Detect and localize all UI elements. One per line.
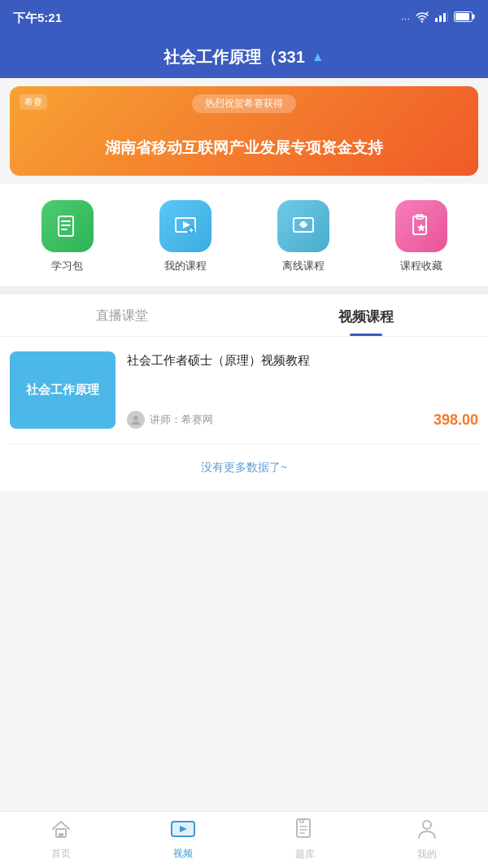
offline-courses-icon — [277, 200, 329, 252]
page-header: 社会工作原理（331 ▲ — [0, 36, 488, 78]
nav-questions[interactable]: 题库 — [244, 818, 366, 861]
bottom-navigation: 首页 视频 题库 — [0, 811, 488, 868]
nav-home-label: 首页 — [51, 847, 71, 861]
svg-rect-3 — [439, 15, 442, 22]
svg-rect-4 — [443, 13, 446, 22]
nav-questions-label: 题库 — [295, 848, 315, 861]
feature-course-favorites[interactable]: 课程收藏 — [395, 200, 447, 273]
svg-rect-27 — [59, 833, 63, 837]
nav-mine-label: 我的 — [417, 848, 437, 861]
study-pack-icon — [41, 200, 94, 252]
questions-icon — [295, 818, 315, 844]
svg-rect-8 — [455, 13, 469, 20]
battery-icon — [454, 11, 475, 24]
wifi-icon — [415, 11, 429, 25]
video-icon — [171, 819, 195, 844]
feature-grid: 学习包 我的课程 离线课程 — [0, 184, 488, 286]
course-price: 398.00 — [434, 412, 478, 429]
course-info: 社会工作者硕士（原理）视频教程 讲师：希赛网 398.00 — [127, 351, 478, 429]
nav-video-label: 视频 — [173, 847, 193, 861]
header-arrow-icon[interactable]: ▲ — [312, 50, 325, 64]
home-icon — [50, 819, 72, 844]
course-favorites-icon — [395, 200, 447, 252]
bottom-spacer — [0, 491, 488, 654]
mine-icon — [417, 818, 437, 844]
feature-offline-courses[interactable]: 离线课程 — [277, 200, 329, 273]
no-more-data: 没有更多数据了~ — [0, 444, 488, 491]
table-row[interactable]: 社会工作原理 社会工作者硕士（原理）视频教程 讲师：希赛网 398.00 — [10, 337, 478, 444]
svg-point-25 — [133, 416, 138, 421]
section-divider — [0, 286, 488, 294]
my-courses-label: 我的课程 — [164, 259, 207, 273]
status-bar: 下午5:21 ··· — [0, 0, 488, 36]
svg-rect-2 — [435, 18, 438, 22]
svg-rect-32 — [300, 819, 303, 822]
feature-study-pack[interactable]: 学习包 — [41, 200, 94, 273]
promo-banner[interactable]: 希赛 热烈祝贺希赛获得 湖南省移动互联网产业发展专项资金支持 — [10, 86, 478, 176]
course-favorites-label: 课程收藏 — [400, 259, 442, 273]
banner-text: 湖南省移动互联网产业发展专项资金支持 — [10, 124, 478, 176]
svg-point-1 — [421, 20, 423, 22]
nav-mine[interactable]: 我的 — [366, 818, 488, 861]
svg-line-0 — [426, 12, 428, 14]
page-title: 社会工作原理（331 — [163, 46, 304, 68]
content-tabs: 直播课堂 视频课程 — [0, 294, 488, 337]
status-icons: ··· — [401, 11, 475, 25]
my-courses-icon — [159, 200, 211, 252]
banner-badge: 热烈祝贺希赛获得 — [192, 94, 296, 113]
course-instructor: 讲师：希赛网 — [127, 411, 213, 429]
offline-courses-label: 离线课程 — [282, 259, 325, 273]
instructor-avatar-icon — [127, 411, 145, 429]
course-list: 社会工作原理 社会工作者硕士（原理）视频教程 讲师：希赛网 398.00 — [0, 337, 488, 444]
nav-video[interactable]: 视频 — [122, 819, 244, 861]
course-title: 社会工作者硕士（原理）视频教程 — [127, 351, 478, 370]
feature-my-courses[interactable]: 我的课程 — [159, 200, 211, 273]
course-meta: 讲师：希赛网 398.00 — [127, 411, 478, 429]
signal-icon: ··· — [401, 12, 410, 24]
svg-rect-7 — [473, 15, 475, 20]
status-time: 下午5:21 — [13, 11, 62, 26]
study-pack-label: 学习包 — [51, 259, 83, 273]
instructor-name: 讲师：希赛网 — [150, 412, 213, 427]
svg-point-36 — [423, 821, 431, 829]
signal-bars-icon — [434, 11, 449, 25]
svg-rect-5 — [447, 11, 448, 22]
course-thumbnail: 社会工作原理 — [10, 351, 115, 429]
tab-video[interactable]: 视频课程 — [244, 294, 488, 336]
nav-home[interactable]: 首页 — [0, 819, 122, 861]
banner-logo: 希赛 — [20, 94, 47, 110]
tab-live[interactable]: 直播课堂 — [0, 294, 244, 336]
